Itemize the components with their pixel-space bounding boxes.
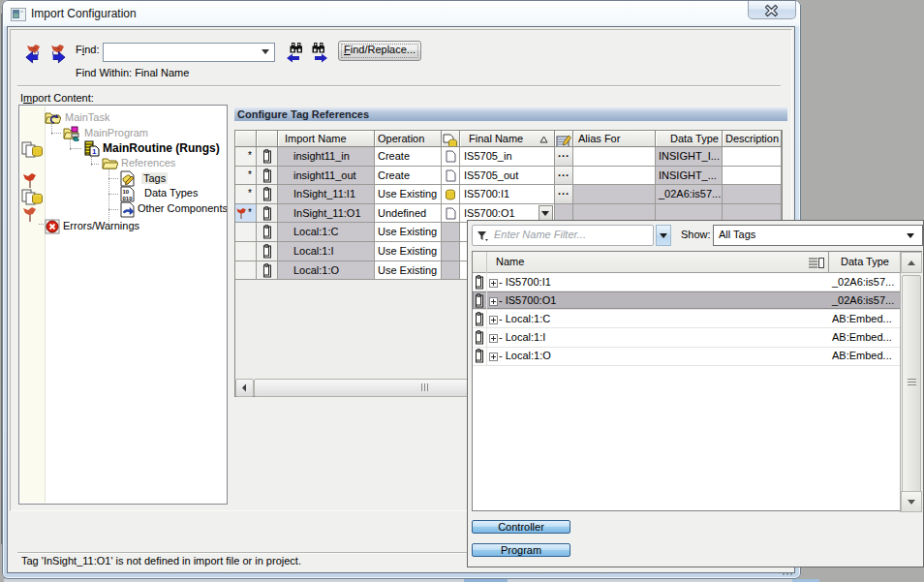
svg-text:1: 1 [92, 147, 97, 156]
svg-text:10: 10 [123, 189, 130, 195]
svg-text:010: 010 [123, 196, 134, 201]
